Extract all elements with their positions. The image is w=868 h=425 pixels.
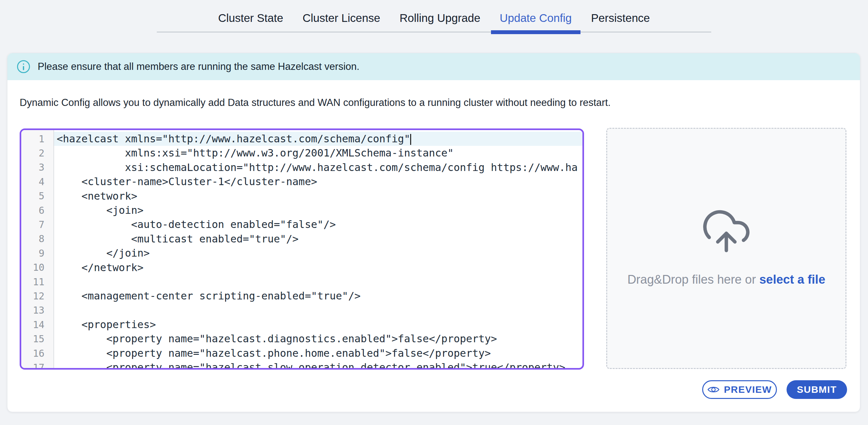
dynamic-config-description: Dynamic Config allows you to dynamically…	[20, 97, 611, 109]
eye-icon	[707, 385, 720, 394]
tab-rolling-upgrade[interactable]: Rolling Upgrade	[390, 4, 490, 32]
tab-label: Cluster License	[303, 11, 380, 25]
code-text: <auto-detection enabled="false"/>	[54, 217, 582, 232]
code-line-8: 8 <multicast enabled="true"/>	[21, 232, 582, 246]
code-line-6: 6 <join>	[21, 203, 582, 217]
tab-update-config[interactable]: Update Config	[490, 4, 582, 32]
banner-message: Please ensure that all members are runni…	[38, 61, 359, 72]
code-line-7: 7 <auto-detection enabled="false"/>	[21, 217, 582, 232]
code-line-14: 14 <properties>	[21, 317, 582, 332]
line-number: 11	[21, 276, 50, 287]
tab-label: Rolling Upgrade	[400, 11, 480, 25]
code-line-11: 11	[21, 275, 582, 289]
update-config-panel: Please ensure that all members are runni…	[7, 53, 860, 412]
submit-button-label: SUBMIT	[797, 384, 837, 395]
line-number: 7	[21, 219, 50, 230]
line-number: 3	[21, 162, 50, 173]
code-text: <join>	[54, 203, 582, 217]
select-file-link[interactable]: select a file	[759, 273, 825, 286]
cloud-upload-icon	[699, 205, 754, 257]
info-banner: Please ensure that all members are runni…	[7, 53, 860, 80]
cluster-tabs: Cluster StateCluster LicenseRolling Upgr…	[157, 0, 711, 32]
submit-button[interactable]: SUBMIT	[786, 380, 847, 399]
line-number: 15	[21, 333, 50, 344]
info-icon	[17, 60, 30, 73]
code-line-9: 9 </join>	[21, 246, 582, 260]
code-line-4: 4 <cluster-name>Cluster-1</cluster-name>	[21, 175, 582, 189]
action-buttons: PREVIEW SUBMIT	[702, 380, 847, 399]
line-number: 5	[21, 190, 50, 202]
code-text: <network>	[54, 189, 582, 203]
code-text: <hazelcast xmlns="http://www.hazelcast.c…	[54, 132, 582, 146]
config-code-editor[interactable]: 1<hazelcast xmlns="http://www.hazelcast.…	[20, 128, 584, 370]
tab-persistence[interactable]: Persistence	[582, 4, 660, 32]
code-line-10: 10 </network>	[21, 261, 582, 275]
code-text: xmlns:xsi="http://www.w3.org/2001/XMLSch…	[54, 146, 582, 160]
code-text: <multicast enabled="true"/>	[54, 232, 582, 246]
tab-cluster-license[interactable]: Cluster License	[293, 4, 390, 32]
code-text: </network>	[54, 261, 582, 275]
line-number: 6	[21, 205, 50, 216]
preview-button-label: PREVIEW	[724, 384, 772, 395]
line-number: 9	[21, 248, 50, 259]
line-number: 2	[21, 148, 50, 159]
line-number: 14	[21, 319, 50, 330]
line-number: 12	[21, 291, 50, 302]
drag-drop-label: Drag&Drop files here or	[627, 273, 760, 286]
tab-label: Persistence	[591, 11, 650, 25]
code-line-1: 1<hazelcast xmlns="http://www.hazelcast.…	[21, 132, 582, 146]
line-number: 8	[21, 233, 50, 244]
line-number: 13	[21, 305, 50, 316]
dropzone-text: Drag&Drop files here or select a file	[625, 270, 828, 289]
code-text: <property name="hazelcast.diagnostics.en…	[54, 332, 582, 346]
code-line-16: 16 <property name="hazelcast.phone.home.…	[21, 346, 582, 360]
tab-label: Update Config	[500, 11, 572, 25]
code-text: xsi:schemaLocation="http://www.hazelcast…	[54, 160, 582, 175]
tab-label: Cluster State	[218, 11, 283, 25]
code-text: <properties>	[54, 317, 582, 332]
code-line-5: 5 <network>	[21, 189, 582, 203]
line-number: 1	[21, 133, 50, 145]
code-text: <management-center scripting-enabled="tr…	[54, 289, 582, 303]
active-tab-underline	[491, 30, 581, 34]
line-number: 16	[21, 348, 50, 359]
tab-cluster-state[interactable]: Cluster State	[208, 4, 293, 32]
preview-button[interactable]: PREVIEW	[702, 380, 777, 399]
code-line-2: 2 xmlns:xsi="http://www.w3.org/2001/XMLS…	[21, 146, 582, 160]
code-line-3: 3 xsi:schemaLocation="http://www.hazelca…	[21, 160, 582, 175]
code-line-12: 12 <management-center scripting-enabled=…	[21, 289, 582, 303]
line-number: 4	[21, 176, 50, 187]
line-number: 10	[21, 262, 50, 273]
code-line-15: 15 <property name="hazelcast.diagnostics…	[21, 332, 582, 346]
file-dropzone[interactable]: Drag&Drop files here or select a file	[606, 128, 846, 369]
code-text: <property name="hazelcast.slow.operation…	[54, 360, 582, 370]
code-line-13: 13	[21, 303, 582, 317]
text-cursor	[410, 134, 411, 145]
code-text: <cluster-name>Cluster-1</cluster-name>	[54, 175, 582, 189]
code-text: <property name="hazelcast.phone.home.ena…	[54, 346, 582, 360]
code-line-17: 17 <property name="hazelcast.slow.operat…	[21, 360, 582, 370]
code-text: </join>	[54, 246, 582, 260]
line-number: 17	[21, 362, 50, 370]
